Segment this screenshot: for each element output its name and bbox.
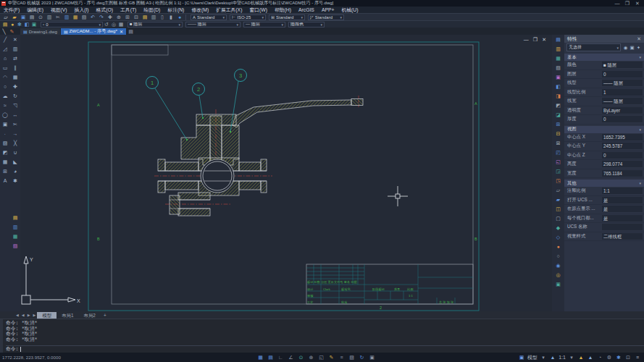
property-value[interactable]: 1 — [602, 89, 643, 96]
menu-item[interactable]: APP+ — [318, 7, 338, 12]
gradient-tool-icon[interactable]: ◩ — [1, 148, 9, 157]
palette-tool-icon[interactable]: ◆ — [553, 223, 563, 232]
select-objects-icon[interactable]: ▣ — [629, 45, 635, 51]
property-value[interactable]: 245.5787 — [602, 143, 643, 149]
doc-close-button[interactable]: ✕ — [542, 37, 546, 43]
tab-nav-icon[interactable]: ◀ — [14, 313, 20, 317]
arc-tool-icon[interactable]: ◠ — [1, 72, 9, 82]
esnap-toggle[interactable]: ⊙ — [296, 353, 306, 361]
palette-tool-icon[interactable]: ◰ — [553, 148, 563, 157]
menu-item[interactable]: 机械(U) — [338, 7, 361, 14]
lineweight-select[interactable]: — 随层 ▾ — [243, 22, 285, 28]
snap-toggle[interactable]: ▤ — [266, 353, 275, 361]
chamfer-tool-icon[interactable]: ◣ — [11, 157, 20, 167]
close-icon[interactable]: ✕ — [637, 36, 641, 42]
maximize-button[interactable]: ❐ — [622, 1, 632, 7]
property-value[interactable]: —— 随层 — [602, 80, 643, 86]
title-block[interactable]: 标记 处数 分区 更改文件号 签名 日期 设计 Clark 标准化 审核 工艺 … — [306, 264, 473, 304]
pan-icon[interactable]: ✚ — [106, 14, 114, 20]
menu-item[interactable]: 插入(I) — [71, 7, 93, 14]
property-value[interactable]: 0 — [602, 152, 643, 159]
settings-gear-icon[interactable]: ⚙ — [605, 353, 614, 361]
color-select[interactable]: ■ 随层 ▾ — [127, 22, 183, 28]
polar-toggle[interactable]: ∠ — [286, 353, 296, 361]
palette-tool-icon[interactable]: ⊟ — [553, 129, 563, 138]
layers-icon[interactable]: ▤ — [141, 14, 149, 20]
menu-item[interactable]: 绘图(D) — [140, 7, 164, 14]
region-tool-icon[interactable]: ▦ — [1, 157, 9, 167]
paste-icon[interactable]: ▦ — [71, 14, 80, 20]
tool-palette-icon[interactable]: ▮ — [167, 14, 175, 20]
palette-tool-icon[interactable]: ◲ — [553, 167, 563, 176]
fillet-tool-icon[interactable]: ◕ — [11, 167, 20, 176]
customize-icon[interactable]: ✱ — [614, 353, 623, 361]
section-header[interactable]: 基本 ▾ — [564, 54, 644, 61]
property-value[interactable]: ByLayer — [602, 107, 643, 114]
toggle-pickadd-icon[interactable]: ◉ — [622, 45, 629, 51]
annotation-scale-value[interactable]: 1:1 — [558, 353, 566, 361]
doc-minimize-button[interactable]: — — [524, 37, 529, 43]
offset-tool-icon[interactable]: ∥ — [11, 63, 20, 72]
layer-freeze-icon[interactable]: ✻ — [16, 21, 23, 28]
balloon-2[interactable]: 2 — [193, 83, 205, 119]
help-icon[interactable]: ● — [175, 14, 184, 20]
section-header[interactable]: 其他 ▾ — [564, 180, 644, 187]
property-value[interactable]: 1:1 — [602, 188, 643, 194]
extend-tool-icon[interactable]: → — [11, 129, 20, 138]
layer-properties-icon[interactable]: ▤ — [1, 21, 9, 28]
polygon-tool-icon[interactable]: ⌂ — [1, 54, 9, 63]
insert-block-tool-icon[interactable]: ▣ — [1, 119, 9, 129]
plot-icon[interactable]: ▤ — [28, 14, 36, 20]
property-value[interactable]: 是 — [602, 197, 643, 203]
menu-item[interactable]: ArcGIS — [295, 7, 318, 12]
annotation-visibility-icon[interactable]: ▲ — [586, 353, 595, 361]
palette-tool-icon[interactable]: ◎ — [553, 270, 563, 279]
menu-item[interactable]: 编辑(E) — [23, 7, 47, 14]
menu-item[interactable]: 格式(O) — [93, 7, 117, 14]
palette-tool-icon[interactable]: ◳ — [553, 176, 563, 185]
palette-tool-icon[interactable]: ▰ — [553, 195, 563, 204]
transparency-toggle[interactable]: ▨ — [347, 353, 356, 361]
layer-current-icon[interactable]: ▣ — [30, 21, 38, 28]
layout-tab[interactable]: 模型 — [37, 312, 57, 319]
polyline-tool-icon[interactable]: ◿ — [1, 44, 9, 54]
cut-icon[interactable]: ✂ — [54, 14, 62, 20]
property-value[interactable]: 298.0774 — [602, 161, 643, 167]
model-space-button[interactable]: 模型 — [527, 353, 538, 361]
clipboard-tool-icon[interactable]: ▧ — [11, 241, 20, 251]
section-header[interactable]: 视图 ▾ — [564, 126, 644, 133]
palette-tool-icon[interactable]: ◉ — [553, 261, 563, 270]
plotstyle-select[interactable]: 随颜色 ▾ — [288, 22, 325, 28]
preview-icon[interactable]: ⊙ — [36, 14, 45, 20]
palette-tool-icon[interactable]: ⊞ — [553, 119, 563, 129]
point-tool-icon[interactable]: ∙ — [1, 129, 9, 138]
drawing-canvas[interactable]: A B A B 2 标记 处数 分区 更改文件号 签名 日期 设计 Clark … — [20, 35, 552, 311]
palette-tool-icon[interactable]: ◩ — [553, 101, 563, 110]
table-tool-icon[interactable]: ⊞ — [1, 167, 9, 176]
layout-tab[interactable]: 布局1 — [57, 312, 78, 319]
tab-nav-icon[interactable]: ◀ — [20, 313, 26, 317]
valve-section-drawing[interactable] — [154, 96, 363, 216]
menu-item[interactable]: 文件(F) — [0, 7, 23, 14]
workspace-icon[interactable]: ▣ — [517, 353, 526, 361]
save-icon[interactable]: ▣ — [19, 14, 28, 20]
tab-nav-icon[interactable]: ▶ — [32, 313, 38, 317]
property-value[interactable]: 是 — [602, 215, 643, 222]
copy-icon[interactable]: ▥ — [62, 14, 71, 20]
palette-tool-icon[interactable]: ▢ — [553, 214, 563, 223]
minimize-button[interactable]: — — [612, 1, 622, 6]
break-tool-icon[interactable]: ╳ — [11, 138, 20, 148]
property-value[interactable]: 1652.7395 — [602, 134, 643, 140]
layer-lock-icon[interactable]: ◧ — [23, 21, 30, 28]
line-tool-icon[interactable]: ╱ — [1, 35, 9, 44]
ellipse-tool-icon[interactable]: ◯ — [1, 110, 9, 119]
copy-tool-icon[interactable]: ▥ — [11, 44, 20, 54]
new-tab-icon[interactable]: ▤ — [127, 28, 135, 35]
menu-item[interactable]: 视图(V) — [47, 7, 71, 14]
rotate-tool-icon[interactable]: ↻ — [11, 91, 20, 101]
grid-toggle[interactable]: ▦ — [256, 353, 265, 361]
zoom-window-icon[interactable]: ⊞ — [123, 14, 132, 20]
close-tab-icon[interactable]: ✕ — [120, 29, 123, 34]
command-scrollbar[interactable] — [0, 319, 3, 353]
hatch-tool-icon[interactable]: ▨ — [1, 138, 9, 148]
